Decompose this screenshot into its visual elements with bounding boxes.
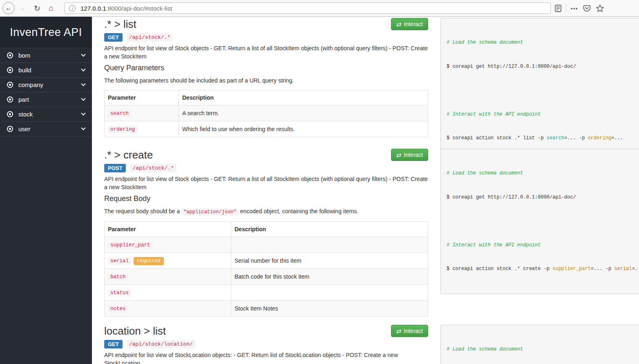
table-header-cell: Description (179, 90, 428, 105)
code-column: # Load the schema document $ coreapi get… (440, 18, 639, 163)
method-badge: POST (104, 164, 126, 172)
sidebar-item-stock[interactable]: stock (0, 107, 92, 122)
browser-toolbar: ← → ↻ ⌂ i 127.0.0.1:8000/api-doc/#stock-… (0, 0, 639, 17)
home-button[interactable]: ⌂ (45, 4, 57, 13)
back-button[interactable]: ← (2, 2, 15, 14)
bookmark-star-icon[interactable] (596, 4, 604, 13)
section-stock-create: .* > create ⇄ Interact POST /api/stock/.… (104, 149, 639, 317)
interact-label: Interact (404, 21, 423, 27)
endpoint-description: API endpoint for list view of StockLocat… (104, 351, 428, 364)
sidebar-item-label: part (18, 96, 82, 103)
code-panel: # Load the schema document $ coreapi get… (440, 325, 639, 364)
required-badge: required (134, 257, 164, 265)
param-name: search (108, 110, 131, 117)
code-panel: # Load the schema document $ coreapi get… (440, 18, 639, 163)
url-text: 127.0.0.1:8000/api-doc/#stock-list (80, 5, 172, 12)
table-header-cell: Parameter (105, 90, 179, 105)
code-command: $ coreapi action stock .* list -p search… (447, 134, 639, 143)
endpoint-path: /api/stock/location/ (127, 340, 195, 348)
subsection-text: The following parameters should be inclu… (104, 76, 428, 85)
doc-column: location > list ⇄ Interact GET /api/stoc… (104, 325, 428, 364)
bullseye-icon (7, 82, 13, 88)
bullseye-icon (7, 67, 13, 73)
code-column: # Load the schema document $ coreapi get… (440, 149, 639, 294)
doc-column: .* > create ⇄ Interact POST /api/stock/.… (104, 149, 428, 317)
table-row: serialrequired Serial number for this it… (105, 253, 428, 269)
toolbar-actions: ••• (555, 4, 604, 13)
code-command: $ coreapi get http://127.0.0.1:8000/api-… (447, 194, 639, 202)
param-description: Which field to use when ordering the res… (179, 121, 428, 137)
interact-button[interactable]: ⇄ Interact (391, 325, 428, 337)
url-bar[interactable]: i 127.0.0.1:8000/api-doc/#stock-list (65, 2, 551, 14)
sidebar-header: InvenTree API (0, 17, 92, 48)
main-content: .* > list ⇄ Interact GET /api/stock/.* A… (92, 17, 639, 364)
interact-button[interactable]: ⇄ Interact (391, 18, 428, 30)
bullseye-icon (7, 126, 13, 132)
chevron-down-icon (81, 52, 85, 56)
sidebar-item-build[interactable]: build (0, 63, 92, 78)
param-name: serial (108, 257, 131, 265)
sidebar-item-user[interactable]: user (0, 122, 92, 136)
param-name: status (108, 289, 131, 297)
sidebar-item-part[interactable]: part (0, 92, 92, 107)
subsection-text: The request body should be a "applicatio… (104, 207, 428, 216)
param-description (231, 237, 428, 253)
request-body-table: Parameter Description supplier_part seri… (104, 221, 428, 317)
url-host: 127.0.0.1 (80, 5, 106, 12)
content-type-code: "application/json" (181, 208, 239, 216)
subsection-heading: Query Parameters (104, 64, 428, 72)
interact-button[interactable]: ⇄ Interact (391, 149, 428, 161)
section-title: location > list (104, 325, 166, 337)
section-title: .* > create (104, 149, 153, 161)
endpoint-path: /api/stock/.* (130, 164, 176, 172)
code-comment: # Load the schema document (447, 170, 523, 176)
code-param-token: serial (614, 266, 632, 272)
sidebar-item-bom[interactable]: bom (0, 48, 92, 63)
section-title: .* > list (104, 18, 136, 30)
code-param-token: search (547, 135, 564, 141)
chevron-down-icon (81, 96, 85, 100)
table-header-cell: Description (231, 222, 428, 237)
overflow-menu-button[interactable]: ••• (571, 5, 578, 11)
chevron-down-icon (81, 125, 85, 130)
endpoint-path: /api/stock/.* (127, 33, 173, 42)
sidebar-item-label: bom (18, 52, 82, 59)
table-header-row: Parameter Description (105, 222, 428, 237)
param-description: Serial number for this item (231, 253, 428, 269)
table-header-cell: Parameter (105, 222, 231, 237)
interact-label: Interact (404, 328, 423, 334)
refresh-button[interactable]: ↻ (31, 4, 43, 13)
pocket-icon[interactable] (583, 4, 591, 13)
app-title: InvenTree API (10, 26, 82, 39)
exchange-icon: ⇄ (396, 328, 402, 334)
bullseye-icon (7, 96, 13, 103)
sidebar: InvenTree API bom build company part sto… (0, 17, 92, 364)
param-name: batch (108, 273, 128, 281)
code-param-token: ordering (588, 135, 612, 141)
toolbar-separator (566, 4, 566, 12)
url-path: :8000/api-doc/#stock-list (106, 5, 172, 12)
sidebar-item-company[interactable]: company (0, 78, 92, 92)
forward-button[interactable]: → (16, 4, 28, 12)
section-stock-list: .* > list ⇄ Interact GET /api/stock/.* A… (104, 18, 639, 163)
endpoint-description: API endpoint for list view of Stock obje… (104, 45, 428, 60)
bullseye-icon (7, 52, 13, 58)
query-params-table: Parameter Description search A search te… (104, 90, 428, 137)
sidebar-item-label: build (18, 67, 82, 74)
param-name: ordering (108, 126, 137, 133)
doc-column: .* > list ⇄ Interact GET /api/stock/.* A… (104, 18, 428, 137)
site-info-icon[interactable]: i (69, 5, 76, 11)
chevron-down-icon (81, 111, 85, 115)
exchange-icon: ⇄ (396, 152, 402, 158)
chevron-down-icon (81, 67, 85, 71)
param-description: Batch code for this stock item (231, 269, 428, 285)
bullseye-icon (7, 111, 13, 117)
reader-mode-icon[interactable] (555, 4, 561, 12)
subsection-heading: Request Body (104, 194, 428, 203)
code-comment: # Interact with the API endpoint (447, 242, 541, 248)
table-row: status (105, 285, 428, 301)
app-window: ← → ↻ ⌂ i 127.0.0.1:8000/api-doc/#stock-… (0, 0, 639, 364)
table-header-row: Parameter Description (105, 90, 428, 105)
code-column: # Load the schema document $ coreapi get… (440, 325, 639, 364)
table-row: notes Stock Item Notes (105, 301, 428, 317)
